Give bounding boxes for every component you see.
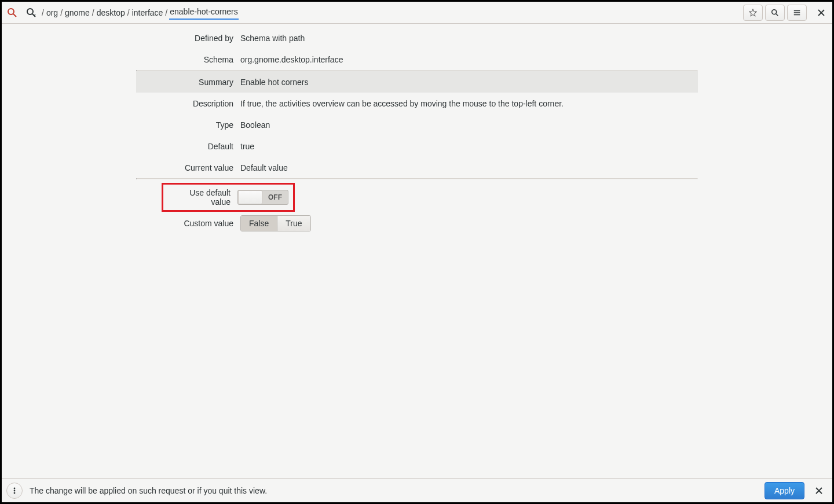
- breadcrumb-sep: /: [60, 8, 63, 17]
- close-icon: [818, 9, 825, 16]
- value-current-value: Default value: [240, 163, 698, 172]
- close-icon: [815, 487, 822, 494]
- label-current-value: Current value: [136, 163, 240, 172]
- header-bar: / org / gnome / desktop / interface / en…: [2, 2, 832, 24]
- hamburger-icon: [793, 9, 801, 17]
- breadcrumb-seg-org[interactable]: org: [46, 7, 58, 19]
- label-use-default: Use default value: [168, 188, 237, 207]
- label-schema: Schema: [136, 55, 240, 64]
- value-schema: org.gnome.desktop.interface: [240, 55, 698, 64]
- label-summary: Summary: [136, 78, 240, 87]
- breadcrumb-sep: /: [92, 8, 94, 17]
- toggle-state: OFF: [262, 193, 288, 201]
- row-current-value: Current value Default value: [136, 157, 698, 178]
- footer-dismiss-button[interactable]: [810, 482, 828, 499]
- more-vertical-icon: [10, 487, 19, 495]
- value-default: true: [240, 142, 698, 151]
- details-wrapper: Defined by Schema with path Schema org.g…: [136, 27, 698, 235]
- value-defined-by: Schema with path: [240, 34, 698, 43]
- row-use-default: Use default value OFF: [136, 179, 698, 213]
- breadcrumb: / org / gnome / desktop / interface / en…: [40, 6, 239, 20]
- value-type: Boolean: [240, 120, 698, 130]
- svg-point-0: [8, 9, 14, 14]
- highlight-box: Use default value OFF: [162, 183, 295, 212]
- value-description: If true, the activities overview can be …: [240, 99, 698, 108]
- custom-value-false-button[interactable]: False: [241, 216, 277, 231]
- svg-point-6: [772, 9, 777, 14]
- search-icon: [771, 9, 779, 17]
- breadcrumb-sep: /: [165, 8, 167, 17]
- footer-message: The change will be applied on such reque…: [30, 486, 765, 495]
- bookmark-button[interactable]: [743, 5, 763, 21]
- breadcrumb-sep: /: [127, 8, 130, 17]
- breadcrumb-seg-desktop[interactable]: desktop: [96, 7, 126, 19]
- row-default: Default true: [136, 135, 698, 157]
- row-defined-by: Defined by Schema with path: [136, 27, 698, 49]
- value-custom-value: False True: [240, 215, 698, 231]
- row-type: Type Boolean: [136, 114, 698, 135]
- content-area: Defined by Schema with path Schema org.g…: [2, 24, 832, 235]
- custom-value-true-button[interactable]: True: [277, 216, 310, 231]
- search-button[interactable]: [765, 5, 785, 21]
- breadcrumb-sep: /: [42, 8, 44, 17]
- label-default: Default: [136, 142, 240, 151]
- window-close-button[interactable]: [813, 4, 830, 21]
- breadcrumb-seg-interface[interactable]: interface: [131, 7, 164, 19]
- label-type: Type: [136, 120, 240, 130]
- svg-point-15: [14, 492, 16, 494]
- row-schema: Schema org.gnome.desktop.interface: [136, 49, 698, 70]
- breadcrumb-seg-gnome[interactable]: gnome: [64, 7, 90, 19]
- star-icon: [749, 9, 757, 17]
- footer-more-button[interactable]: [6, 483, 23, 499]
- app-icon: [6, 7, 18, 19]
- row-description: Description If true, the activities over…: [136, 93, 698, 114]
- svg-point-13: [14, 487, 16, 489]
- custom-value-group: False True: [240, 215, 311, 231]
- footer-bar: The change will be applied on such reque…: [2, 478, 832, 502]
- breadcrumb-seg-enable-hot-corners[interactable]: enable-hot-corners: [169, 6, 239, 20]
- svg-line-1: [13, 14, 16, 17]
- header-right: [743, 4, 830, 21]
- label-description: Description: [136, 99, 240, 108]
- breadcrumb-container: / org / gnome / desktop / interface / en…: [21, 6, 743, 20]
- row-custom-value: Custom value False True: [136, 212, 698, 235]
- label-defined-by: Defined by: [136, 34, 240, 43]
- toggle-knob: [238, 190, 262, 204]
- svg-point-3: [27, 9, 33, 14]
- row-summary: Summary Enable hot corners: [136, 71, 698, 93]
- svg-line-7: [776, 13, 778, 16]
- apply-button[interactable]: Apply: [765, 482, 804, 499]
- label-custom-value: Custom value: [136, 219, 240, 228]
- svg-point-2: [9, 9, 11, 11]
- search-path-icon[interactable]: [26, 8, 36, 18]
- use-default-toggle[interactable]: OFF: [237, 190, 288, 205]
- menu-button[interactable]: [787, 5, 807, 21]
- svg-point-14: [14, 490, 16, 491]
- value-summary: Enable hot corners: [240, 78, 698, 87]
- svg-line-5: [34, 14, 35, 16]
